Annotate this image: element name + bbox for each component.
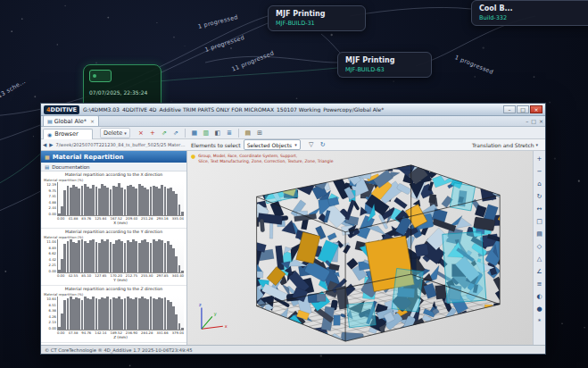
- status-bar: © CT CoreTechnologie ® 4D_Additive 1.7 2…: [41, 345, 545, 354]
- forward-icon[interactable]: ▶: [49, 142, 53, 147]
- report-icon[interactable]: ▤: [243, 128, 253, 138]
- node-subtitle: MJF-BUILD-63: [345, 66, 424, 73]
- browser-icon: ◉: [47, 131, 52, 138]
- charts-container: Material repartition according to the X …: [41, 171, 186, 345]
- refresh-icon[interactable]: ↻: [318, 140, 328, 150]
- transform-mode-dropdown[interactable]: Translation and Stretch ▾: [472, 142, 538, 148]
- delete-button[interactable]: Delete ▾: [100, 128, 130, 138]
- secondary-toolbar: ◀ ▶ 7/week/20250707T221230_84_ts_buffer_…: [41, 139, 545, 151]
- top-view-icon[interactable]: ▤: [534, 228, 545, 240]
- app-logo: 4DDITIVE: [44, 105, 79, 114]
- cube-icon[interactable]: ◧: [212, 128, 223, 138]
- back-icon[interactable]: ◀: [43, 142, 46, 147]
- tab-global-ale[interactable]: ▤ Global Ale* ×: [43, 115, 99, 126]
- minimize-button[interactable]: –: [503, 105, 516, 113]
- material-repartition-panel: ▦ Material Repartition ▤ Documentation M…: [41, 151, 187, 345]
- title-bar[interactable]: 4DDITIVE G:\4DMM3.03_4DDITIVE 4D_Additiv…: [41, 104, 545, 116]
- calc-icon[interactable]: ⊞: [254, 128, 265, 138]
- toolbar-icon-group: ×+⇗⇗▦▥◧≣▤⊞: [136, 128, 265, 138]
- browser-path: 7/week/20250707T221230_84_ts_buffer_5025…: [55, 142, 186, 147]
- close-button[interactable]: ×: [530, 105, 542, 113]
- elements-select-label: Elements to select: [191, 142, 241, 148]
- panel-header: ▦ Material Repartition: [41, 151, 186, 163]
- toolbar-separator: [238, 129, 239, 138]
- tab-close-icon[interactable]: ×: [90, 118, 95, 124]
- element-types-warning: ● Group, Model, Face, Coordinate System,…: [191, 154, 333, 163]
- rotate-view-icon[interactable]: ↻: [534, 190, 545, 203]
- window-content: ▦ Material Repartition ▤ Documentation M…: [41, 151, 545, 345]
- filter-icon[interactable]: ▽: [306, 140, 317, 150]
- build-ticket-icon: [89, 70, 112, 82]
- node-subtitle: Build-332: [479, 14, 588, 21]
- layers-icon[interactable]: ≣: [224, 128, 235, 138]
- workflow-node-mjf-build-63[interactable]: MJF Printing MJF-BUILD-63: [337, 52, 432, 78]
- workflow-node-cool-build[interactable]: Cool B... Build-332: [471, 0, 588, 26]
- node-subtitle: MJF-BUILD-31: [276, 20, 358, 27]
- browser-tab-label: Browser: [54, 130, 78, 138]
- toolbar-separator: [185, 129, 186, 138]
- svg-text:y: y: [214, 311, 217, 317]
- documentation-row[interactable]: ▤ Documentation: [41, 163, 186, 171]
- settings-icon[interactable]: *: [534, 315, 545, 328]
- zoom-in-icon[interactable]: +: [534, 153, 545, 165]
- timestamp-label: 07/07/2025, 22:35:24: [89, 89, 155, 96]
- measure-icon[interactable]: ≡: [534, 278, 545, 290]
- svg-text:x: x: [225, 323, 228, 329]
- chevron-down-icon: ▾: [294, 142, 297, 147]
- view-toolbar: +−⌂↻↔□▤◇△∠≡◐●*: [533, 151, 545, 345]
- node-title: MJF Printing: [345, 56, 424, 64]
- child-close-button[interactable]: ×: [539, 118, 543, 124]
- inject-green-icon[interactable]: ⇗: [159, 128, 170, 138]
- capture-icon[interactable]: ●: [534, 303, 545, 315]
- front-view-icon[interactable]: □: [534, 215, 545, 228]
- histogram: [57, 182, 184, 216]
- inject-blue-icon[interactable]: ⇗: [170, 128, 181, 138]
- document-tab-bar: ▤ Global Ale* × – □ ×: [41, 116, 545, 127]
- histogram: [57, 239, 184, 273]
- child-restore-button[interactable]: □: [531, 118, 536, 124]
- document-icon: ▤: [47, 118, 53, 124]
- tab-label: Global Ale*: [54, 118, 87, 125]
- histogram-bar: [181, 271, 184, 272]
- chart-ylabel: Material repartition (%): [44, 178, 83, 182]
- chevron-down-icon: ▾: [535, 142, 538, 147]
- maximize-button[interactable]: □: [517, 105, 529, 113]
- chart-xlabel: X (mm): [57, 221, 184, 225]
- child-minimize-button[interactable]: –: [526, 118, 528, 124]
- node-title: MJF Printing: [276, 10, 358, 18]
- chart-xlabel: Y (mm): [57, 278, 184, 282]
- zoom-out-icon[interactable]: −: [534, 165, 545, 178]
- chart-xlabel: Z (mm): [57, 335, 184, 339]
- material-chart-y: Material repartition according to the Y …: [41, 229, 186, 286]
- material-chart-x: Material repartition according to the X …: [41, 171, 186, 229]
- histogram-bar: [181, 328, 184, 330]
- desktop: 1 progressed 1 progressed 11 progressed …: [0, 0, 588, 368]
- table-icon[interactable]: ▦: [189, 128, 200, 138]
- child-window-controls: – □ ×: [526, 118, 543, 126]
- workflow-node-mjf-build-31[interactable]: MJF Printing MJF-BUILD-31: [268, 5, 366, 31]
- zoom-fit-icon[interactable]: ⌂: [534, 178, 545, 190]
- node-title: Cool B...: [479, 4, 588, 13]
- delete-element-icon[interactable]: ×: [136, 128, 146, 138]
- browser-nav: ◀ ▶ 7/week/20250707T221230_84_ts_buffer_…: [43, 142, 186, 147]
- stats-icon[interactable]: ▥: [201, 128, 211, 138]
- tab-browser[interactable]: ◉ Browser: [43, 129, 93, 139]
- wireframe-icon[interactable]: △: [534, 253, 545, 265]
- viewport-3d[interactable]: xyz ● Group, Model, Face, Coordinate Sys…: [187, 151, 533, 345]
- render-mode-icon[interactable]: ◐: [534, 290, 545, 303]
- histogram-bar: [181, 212, 184, 215]
- window-controls: – □ ×: [503, 105, 542, 113]
- chart-ylabel: Material repartition (%): [44, 292, 83, 297]
- histogram: [57, 297, 184, 330]
- material-icon: ▦: [45, 154, 50, 160]
- documentation-icon: ▤: [45, 164, 49, 170]
- main-toolbar: ◉ Browser Delete ▾ ×+⇗⇗▦▥◧≣▤⊞: [41, 127, 545, 139]
- viewport-3d-scene[interactable]: xyz: [187, 151, 533, 345]
- iso-view-icon[interactable]: ◇: [534, 240, 545, 253]
- add-element-icon[interactable]: +: [147, 128, 158, 138]
- section-icon[interactable]: ∠: [534, 265, 545, 278]
- chevron-down-icon: ▾: [124, 130, 127, 136]
- elements-select[interactable]: Selected Objects ▾: [244, 139, 301, 150]
- material-chart-z: Material repartition according to the Z …: [41, 286, 186, 343]
- pan-view-icon[interactable]: ↔: [534, 203, 545, 215]
